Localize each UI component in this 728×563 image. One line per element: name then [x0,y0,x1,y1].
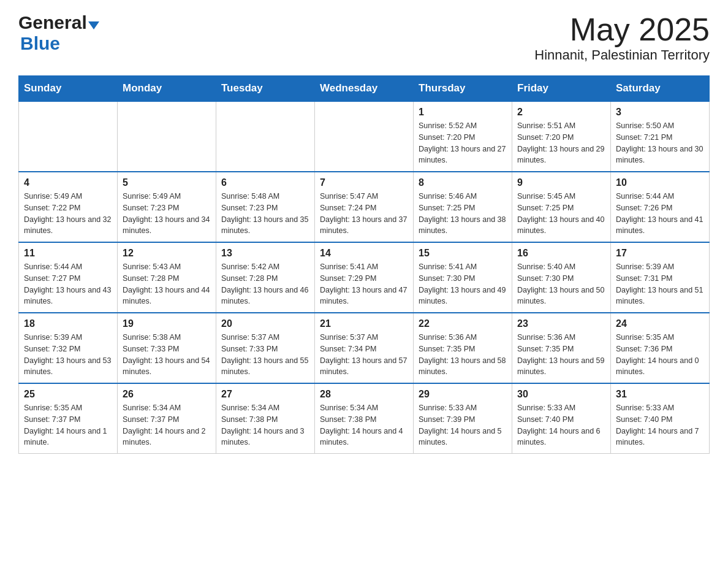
day-info: Sunrise: 5:49 AM Sunset: 7:23 PM Dayligh… [123,191,211,237]
calendar-cell: 1Sunrise: 5:52 AM Sunset: 7:20 PM Daylig… [414,101,512,172]
week-row-5: 25Sunrise: 5:35 AM Sunset: 7:37 PM Dayli… [19,383,710,454]
day-number: 17 [616,248,704,259]
day-number: 30 [517,389,605,400]
day-info: Sunrise: 5:49 AM Sunset: 7:22 PM Dayligh… [24,191,112,237]
location-title: Hinnanit, Palestinian Territory [534,47,710,63]
day-info: Sunrise: 5:47 AM Sunset: 7:24 PM Dayligh… [320,191,408,237]
weekday-header-thursday: Thursday [414,76,512,102]
calendar-table: SundayMondayTuesdayWednesdayThursdayFrid… [18,75,710,454]
week-row-1: 1Sunrise: 5:52 AM Sunset: 7:20 PM Daylig… [19,101,710,172]
calendar-cell: 16Sunrise: 5:40 AM Sunset: 7:30 PM Dayli… [512,242,611,313]
calendar-cell: 4Sunrise: 5:49 AM Sunset: 7:22 PM Daylig… [19,172,118,242]
day-number: 7 [320,177,408,188]
day-number: 4 [24,177,112,188]
day-info: Sunrise: 5:36 AM Sunset: 7:35 PM Dayligh… [419,332,507,378]
day-info: Sunrise: 5:34 AM Sunset: 7:37 PM Dayligh… [123,402,211,448]
day-info: Sunrise: 5:35 AM Sunset: 7:37 PM Dayligh… [24,402,112,448]
calendar-cell: 19Sunrise: 5:38 AM Sunset: 7:33 PM Dayli… [118,313,216,383]
day-info: Sunrise: 5:45 AM Sunset: 7:25 PM Dayligh… [517,191,605,237]
day-info: Sunrise: 5:33 AM Sunset: 7:39 PM Dayligh… [419,402,507,448]
day-info: Sunrise: 5:44 AM Sunset: 7:27 PM Dayligh… [24,261,112,307]
calendar-cell [118,101,216,172]
calendar-cell: 12Sunrise: 5:43 AM Sunset: 7:28 PM Dayli… [118,242,216,313]
calendar-cell: 27Sunrise: 5:34 AM Sunset: 7:38 PM Dayli… [216,383,315,454]
day-number: 13 [221,248,309,259]
day-info: Sunrise: 5:37 AM Sunset: 7:33 PM Dayligh… [221,332,309,378]
title-section: May 2025 Hinnanit, Palestinian Territory [534,12,710,63]
calendar-cell: 17Sunrise: 5:39 AM Sunset: 7:31 PM Dayli… [611,242,710,313]
day-info: Sunrise: 5:40 AM Sunset: 7:30 PM Dayligh… [517,261,605,307]
day-info: Sunrise: 5:39 AM Sunset: 7:32 PM Dayligh… [24,332,112,378]
day-info: Sunrise: 5:34 AM Sunset: 7:38 PM Dayligh… [320,402,408,448]
calendar-cell: 28Sunrise: 5:34 AM Sunset: 7:38 PM Dayli… [315,383,414,454]
calendar-cell: 14Sunrise: 5:41 AM Sunset: 7:29 PM Dayli… [315,242,414,313]
day-info: Sunrise: 5:33 AM Sunset: 7:40 PM Dayligh… [616,402,704,448]
weekday-header-sunday: Sunday [19,76,118,102]
day-number: 1 [419,107,507,118]
day-info: Sunrise: 5:41 AM Sunset: 7:30 PM Dayligh… [419,261,507,307]
day-number: 2 [517,107,605,118]
weekday-header-monday: Monday [118,76,216,102]
day-number: 16 [517,248,605,259]
day-number: 14 [320,248,408,259]
calendar-cell [19,101,118,172]
day-info: Sunrise: 5:43 AM Sunset: 7:28 PM Dayligh… [123,261,211,307]
day-number: 24 [616,318,704,329]
day-number: 23 [517,318,605,329]
day-number: 25 [24,389,112,400]
day-number: 26 [123,389,211,400]
calendar-cell: 6Sunrise: 5:48 AM Sunset: 7:23 PM Daylig… [216,172,315,242]
weekday-header-row: SundayMondayTuesdayWednesdayThursdayFrid… [19,76,710,102]
day-info: Sunrise: 5:37 AM Sunset: 7:34 PM Dayligh… [320,332,408,378]
day-info: Sunrise: 5:48 AM Sunset: 7:23 PM Dayligh… [221,191,309,237]
calendar-cell: 3Sunrise: 5:50 AM Sunset: 7:21 PM Daylig… [611,101,710,172]
day-info: Sunrise: 5:51 AM Sunset: 7:20 PM Dayligh… [517,120,605,166]
weekday-header-friday: Friday [512,76,611,102]
day-number: 31 [616,389,704,400]
calendar-cell: 30Sunrise: 5:33 AM Sunset: 7:40 PM Dayli… [512,383,611,454]
calendar-cell [216,101,315,172]
day-number: 15 [419,248,507,259]
day-info: Sunrise: 5:41 AM Sunset: 7:29 PM Dayligh… [320,261,408,307]
day-info: Sunrise: 5:52 AM Sunset: 7:20 PM Dayligh… [419,120,507,166]
day-number: 21 [320,318,408,329]
day-info: Sunrise: 5:46 AM Sunset: 7:25 PM Dayligh… [419,191,507,237]
day-info: Sunrise: 5:50 AM Sunset: 7:21 PM Dayligh… [616,120,704,166]
calendar-cell: 21Sunrise: 5:37 AM Sunset: 7:34 PM Dayli… [315,313,414,383]
calendar-cell: 23Sunrise: 5:36 AM Sunset: 7:35 PM Dayli… [512,313,611,383]
day-number: 18 [24,318,112,329]
day-number: 29 [419,389,507,400]
month-title: May 2025 [534,12,710,47]
day-info: Sunrise: 5:39 AM Sunset: 7:31 PM Dayligh… [616,261,704,307]
calendar-cell: 22Sunrise: 5:36 AM Sunset: 7:35 PM Dayli… [414,313,512,383]
day-number: 11 [24,248,112,259]
day-number: 10 [616,177,704,188]
weekday-header-tuesday: Tuesday [216,76,315,102]
calendar-cell: 15Sunrise: 5:41 AM Sunset: 7:30 PM Dayli… [414,242,512,313]
calendar-cell: 8Sunrise: 5:46 AM Sunset: 7:25 PM Daylig… [414,172,512,242]
day-number: 9 [517,177,605,188]
day-number: 19 [123,318,211,329]
day-number: 27 [221,389,309,400]
weekday-header-wednesday: Wednesday [315,76,414,102]
day-info: Sunrise: 5:44 AM Sunset: 7:26 PM Dayligh… [616,191,704,237]
calendar-cell: 10Sunrise: 5:44 AM Sunset: 7:26 PM Dayli… [611,172,710,242]
day-number: 8 [419,177,507,188]
day-info: Sunrise: 5:42 AM Sunset: 7:28 PM Dayligh… [221,261,309,307]
weekday-header-saturday: Saturday [611,76,710,102]
day-number: 28 [320,389,408,400]
day-number: 3 [616,107,704,118]
day-number: 12 [123,248,211,259]
logo-triangle-icon [88,21,99,29]
day-info: Sunrise: 5:36 AM Sunset: 7:35 PM Dayligh… [517,332,605,378]
calendar-cell: 31Sunrise: 5:33 AM Sunset: 7:40 PM Dayli… [611,383,710,454]
calendar-cell: 2Sunrise: 5:51 AM Sunset: 7:20 PM Daylig… [512,101,611,172]
logo-blue-text: Blue [20,33,99,54]
calendar-cell: 13Sunrise: 5:42 AM Sunset: 7:28 PM Dayli… [216,242,315,313]
page-header: General Blue May 2025 Hinnanit, Palestin… [18,12,710,63]
calendar-cell: 25Sunrise: 5:35 AM Sunset: 7:37 PM Dayli… [19,383,118,454]
calendar-cell: 11Sunrise: 5:44 AM Sunset: 7:27 PM Dayli… [19,242,118,313]
day-info: Sunrise: 5:34 AM Sunset: 7:38 PM Dayligh… [221,402,309,448]
calendar-cell: 26Sunrise: 5:34 AM Sunset: 7:37 PM Dayli… [118,383,216,454]
calendar-cell: 20Sunrise: 5:37 AM Sunset: 7:33 PM Dayli… [216,313,315,383]
